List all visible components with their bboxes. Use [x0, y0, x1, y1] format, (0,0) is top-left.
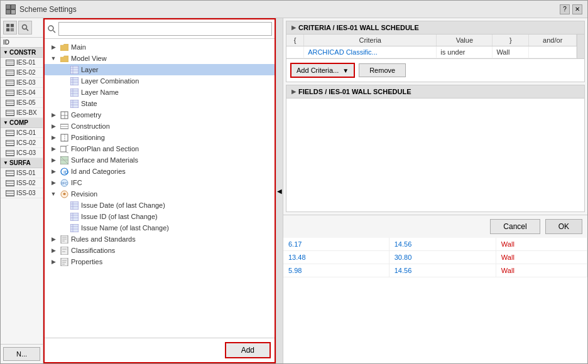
tree-item-ifc[interactable]: ▶ IFC IFC	[45, 177, 275, 188]
criteria-name: ARCHICAD Classific...	[304, 46, 437, 58]
svg-rect-3	[11, 10, 15, 14]
tree-item-floorplan[interactable]: ▶ FloorPlan and Section	[45, 143, 275, 154]
criteria-header: ▶ CRITERIA / IES-01 WALL SCHEDULE	[286, 21, 584, 35]
cancel-button[interactable]: Cancel	[490, 219, 540, 234]
tree-item-issue-name[interactable]: Issue Name (of last Change)	[45, 222, 275, 233]
tree-item-positioning[interactable]: ▶ Positioning	[45, 132, 275, 143]
tree-item-model-view[interactable]: ▼ Model View	[45, 53, 275, 64]
svg-rect-58	[61, 235, 68, 244]
surfa-group[interactable]: ▼ SURFA	[1, 158, 43, 168]
criteria-collapse-arrow[interactable]: ▶	[291, 24, 296, 31]
scheme-iesbx[interactable]: IES-BX	[1, 108, 43, 118]
rules-icon	[60, 235, 68, 244]
criteria-operator: is under	[437, 46, 493, 58]
tree-item-properties[interactable]: ▶ Properties	[45, 256, 275, 267]
tree-search-input[interactable]	[58, 22, 272, 36]
tree-item-construction[interactable]: ▶ Construction	[45, 120, 275, 132]
expander-properties[interactable]: ▶	[50, 258, 57, 265]
svg-rect-46	[70, 201, 79, 210]
scheme-list: ID ▼ CONSTR IES-01 IES-02 IES-03	[1, 38, 43, 344]
scheme-iss03[interactable]: ISS-03	[1, 188, 43, 198]
add-criteria-button[interactable]: Add Criteria... ▼	[290, 63, 355, 78]
svg-rect-1	[11, 5, 15, 9]
tree-item-main[interactable]: ▶ Main	[45, 41, 275, 53]
tree-item-id-categories[interactable]: ▶ ID Id and Categories	[45, 166, 275, 177]
expander-ifc[interactable]: ▶	[50, 179, 57, 186]
expander-positioning[interactable]: ▶	[50, 134, 57, 141]
expander-floorplan[interactable]: ▶	[50, 145, 57, 153]
tree-item-state[interactable]: State	[45, 98, 275, 109]
criteria-scrollbar[interactable]	[577, 35, 584, 58]
expander-construction[interactable]: ▶	[50, 122, 57, 130]
scheme-iss02[interactable]: ISS-02	[1, 178, 43, 188]
data-cell-3-3: Wall	[496, 264, 587, 277]
ifc-icon: IFC	[60, 178, 68, 187]
comp-group[interactable]: ▼ COMP	[1, 118, 43, 128]
scheme-settings-window: Scheme Settings ? ✕	[0, 0, 588, 364]
data-cell-3-2: 14.56	[389, 264, 496, 277]
expander-model-view[interactable]: ▼	[50, 55, 57, 62]
svg-line-37	[66, 152, 68, 153]
tree-item-classifications[interactable]: ▶ Classifications	[45, 245, 275, 256]
expander-revision[interactable]: ▼	[50, 190, 57, 198]
tree-item-rules[interactable]: ▶ Rules and Standards	[45, 233, 275, 245]
tree-item-layer-combination[interactable]: Layer Combination	[45, 75, 275, 87]
grid-icon	[70, 212, 79, 221]
expander-rules[interactable]: ▶	[50, 235, 57, 243]
tree-item-revision[interactable]: ▼ Revision	[45, 188, 275, 200]
svg-rect-28	[61, 112, 68, 119]
grid-view-button[interactable]	[3, 21, 17, 35]
grid-icon	[70, 201, 79, 210]
remove-criteria-button[interactable]: Remove	[359, 63, 406, 77]
svg-rect-65	[61, 258, 68, 266]
positioning-icon	[60, 133, 68, 142]
scheme-ies04[interactable]: IES-04	[1, 88, 43, 98]
scheme-ies02[interactable]: IES-02	[1, 68, 43, 78]
fields-collapse-arrow[interactable]: ▶	[291, 88, 296, 95]
tree-item-issue-id[interactable]: Issue ID (of last Change)	[45, 211, 275, 222]
close-button[interactable]: ✕	[572, 4, 582, 14]
svg-line-11	[53, 31, 56, 33]
svg-rect-5	[11, 24, 14, 27]
table-row[interactable]: 5.98 14.56 Wall	[283, 264, 587, 277]
geometry-icon	[60, 110, 68, 119]
scheme-icon	[6, 100, 14, 106]
help-button[interactable]: ?	[560, 4, 570, 14]
expander-id-categories[interactable]: ▶	[50, 168, 57, 175]
table-row[interactable]: 13.48 30.80 Wall	[283, 250, 587, 264]
scheme-iss01[interactable]: ISS-01	[1, 168, 43, 178]
tree-item-surface[interactable]: ▶ Surface and Materials	[45, 154, 275, 166]
search-button[interactable]	[18, 21, 32, 35]
expander-geometry[interactable]: ▶	[50, 111, 57, 119]
tree-item-layer-name[interactable]: Layer Name	[45, 87, 275, 98]
grid-icon	[70, 223, 79, 232]
construction-icon	[60, 122, 68, 131]
criteria-row[interactable]: ARCHICAD Classific... is under Wall	[286, 46, 577, 58]
svg-rect-7	[11, 28, 14, 31]
expander-surface[interactable]: ▶	[50, 156, 57, 164]
scheme-ics03[interactable]: ICS-03	[1, 148, 43, 158]
properties-icon	[60, 257, 68, 266]
grid-icon	[70, 88, 79, 97]
revision-icon	[60, 190, 68, 198]
new-scheme-button[interactable]: N...	[3, 347, 40, 361]
collapse-arrow[interactable]: ◀	[276, 18, 283, 363]
tree-item-layer[interactable]: Layer	[45, 64, 275, 75]
add-criteria-wrapper: Add Criteria... ▼	[290, 63, 355, 78]
ok-button[interactable]: OK	[545, 219, 582, 234]
expander-classifications[interactable]: ▶	[50, 247, 57, 254]
constr-group[interactable]: ▼ CONSTR	[1, 48, 43, 58]
tree-item-geometry[interactable]: ▶ Geometry	[45, 109, 275, 120]
scheme-ies03[interactable]: IES-03	[1, 78, 43, 88]
tree-item-issue-date[interactable]: Issue Date (of last Change)	[45, 200, 275, 211]
floorplan-icon	[60, 144, 68, 153]
table-row[interactable]: 6.17 14.56 Wall	[283, 238, 587, 251]
scheme-ics02[interactable]: ICS-02	[1, 138, 43, 148]
scheme-ics01[interactable]: ICS-01	[1, 128, 43, 138]
folder-open-icon	[60, 54, 68, 63]
scheme-ies01[interactable]: IES-01	[1, 58, 43, 68]
window-controls: ? ✕	[560, 4, 582, 14]
scheme-ies05[interactable]: IES-05	[1, 98, 43, 108]
expander-main[interactable]: ▶	[50, 43, 57, 51]
add-button[interactable]: Add	[225, 342, 271, 358]
